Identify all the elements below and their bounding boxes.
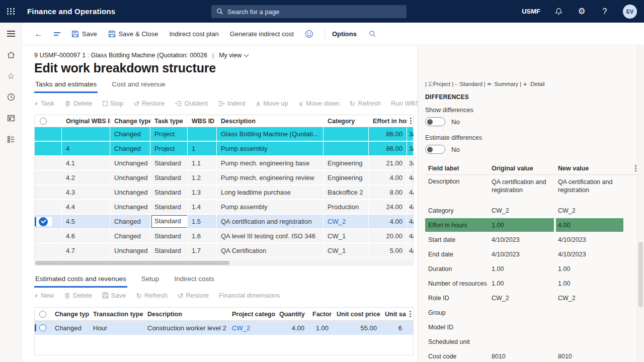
scrollbar-thumb[interactable] [638, 242, 643, 307]
hamburger-menu-icon[interactable] [6, 29, 16, 39]
top-app-bar: Finance and Operations USMF ⚙ ? EV [0, 0, 644, 23]
col-original-wbs-id[interactable]: Original WBS ID [62, 118, 110, 125]
refresh-button[interactable]: ↻Refresh [136, 292, 167, 299]
diff-row: Start date 4/10/2023 4/10/2023 [425, 232, 636, 247]
table-row[interactable]: Changed Project Glass Bottling Machine (… [35, 127, 413, 142]
col-quantity[interactable]: Quantity [275, 311, 308, 318]
options-button[interactable]: Options [332, 30, 357, 38]
scrollbar-thumb[interactable] [35, 261, 229, 265]
app-launcher-icon[interactable] [0, 0, 22, 23]
save-button[interactable]: Save [71, 30, 97, 38]
tab-setup[interactable]: Setup [140, 273, 160, 288]
page-tabs: Tasks and estimates Cost and revenue [34, 78, 418, 93]
recent-clock-icon[interactable] [6, 92, 16, 102]
estimate-differences-toggle[interactable] [425, 145, 445, 154]
row-select-checked[interactable] [35, 217, 52, 226]
move-down-button[interactable]: ∨Move down [298, 100, 340, 107]
wbs-grid-header: Original WBS ID Change type Task type WB… [35, 115, 413, 127]
differences-heading: DIFFERENCES [425, 94, 636, 101]
col-unit-cost[interactable]: Unit cost price ... [333, 311, 381, 318]
table-row[interactable]: 4.4 Unchanged Standard 1.4 Pump assembly… [35, 200, 413, 215]
table-row[interactable]: 4 Changed Project 1 Pump assembly 86.00 … [35, 142, 413, 156]
col-transaction-type[interactable]: Transaction type [89, 311, 143, 318]
col-description[interactable]: Description [217, 118, 324, 125]
row-select[interactable] [35, 324, 51, 331]
selection-bar [35, 217, 36, 226]
company-selector[interactable]: USMF [522, 8, 540, 15]
global-search[interactable] [211, 5, 407, 18]
refresh-button[interactable]: ↻Refresh [350, 100, 381, 107]
table-row[interactable]: 4.7 Unchanged Standard 1.7 QA Certificat… [35, 244, 413, 258]
action-bar: ← Save Save & Close Indirect cost plan G… [22, 23, 644, 45]
category-link[interactable]: CW_2 [228, 321, 275, 335]
table-row-selected[interactable]: Changed Hour Construction worker level 2… [35, 321, 413, 335]
category-link[interactable]: CW_2 [324, 215, 369, 228]
save-button[interactable]: Save [102, 292, 126, 299]
col-project-category[interactable]: Project category [228, 311, 275, 318]
generate-indirect-cost-button[interactable]: Generate indirect cost [230, 30, 294, 38]
search-input[interactable] [227, 8, 401, 16]
save-and-close-button[interactable]: Save & Close [108, 30, 158, 38]
col-category[interactable]: Category [324, 118, 369, 125]
notifications-bell-icon[interactable] [553, 7, 564, 17]
grid-options-kebab-icon[interactable] [406, 311, 414, 317]
col-change-type[interactable]: Change type [51, 311, 89, 318]
tab-cost-and-revenue[interactable]: Cost and revenue [111, 78, 167, 93]
favorites-star-icon[interactable]: ☆ [6, 71, 16, 81]
tab-estimated-costs[interactable]: Estimated costs and revenues [34, 273, 127, 288]
actionbar-search-icon[interactable] [369, 30, 376, 38]
estimate-differences-value: No [451, 146, 460, 153]
table-row-selected[interactable]: 4.5 Changed Standard 1.5 QA certificatio… [35, 215, 413, 229]
estimates-grid: Change type Transaction type Description… [34, 307, 414, 355]
col-change-type[interactable]: Change type [110, 118, 150, 125]
col-original-value: Original value [490, 165, 556, 172]
table-row[interactable]: 4.6 Changed Standard 1.6 QA level III te… [35, 229, 413, 244]
col-effort[interactable]: Effort in hours [369, 118, 407, 125]
back-button[interactable]: ← [34, 30, 43, 38]
view-selector[interactable]: My view [219, 52, 248, 59]
col-description[interactable]: Description [143, 311, 228, 318]
breadcrumb: 9 USMF-000097 1 : Glass Bottling Machine… [34, 52, 418, 59]
grid-options-kebab-icon[interactable] [407, 118, 414, 124]
financial-dimensions-button[interactable]: Financial dimensions [219, 292, 280, 299]
table-row[interactable]: 4.3 Unchanged Standard 1.3 Long leadtime… [35, 186, 413, 200]
collapse-lines-icon[interactable] [54, 32, 60, 36]
grid-options-kebab-icon[interactable] [635, 165, 636, 171]
stop-button[interactable]: Stop [103, 100, 124, 107]
new-button[interactable]: +New [34, 292, 54, 299]
col-unit-sale[interactable]: Unit sale [381, 311, 406, 318]
tab-indirect-costs[interactable]: Indirect costs [173, 273, 215, 288]
delete-button[interactable]: Delete [64, 100, 93, 107]
outdent-button[interactable]: Outdent [175, 100, 208, 107]
restore-button[interactable]: ↺Restore [133, 100, 165, 107]
col-task-type[interactable]: Task type [150, 118, 188, 125]
estimates-toolbar: +New Delete Save ↻Refresh ↺Restore Finan… [34, 292, 418, 299]
col-wbs-id[interactable]: WBS ID [188, 118, 217, 125]
show-differences-toggle[interactable] [425, 117, 445, 126]
home-icon[interactable] [6, 50, 16, 60]
restore-button[interactable]: ↺Restore [178, 292, 209, 299]
settings-gear-icon[interactable]: ⚙ [577, 7, 587, 17]
table-row[interactable]: 4.1 Unchanged Standard 1.1 Pump mech. en… [35, 156, 413, 171]
add-task-button[interactable]: +Task [34, 100, 54, 107]
feedback-smiley-icon[interactable] [305, 30, 313, 38]
indent-button[interactable]: Indent [218, 100, 246, 107]
horizontal-scrollbar [34, 260, 414, 266]
table-row[interactable]: 4.2 Unchanged Standard 1.2 Pump mech. en… [35, 171, 413, 186]
diff-row: Model ID [425, 320, 636, 334]
modules-list-icon[interactable] [6, 134, 16, 144]
select-all[interactable] [35, 118, 52, 125]
wbs-legend: | Ξ:Project | - :Standard | ≐ :Summary |… [425, 81, 636, 87]
user-avatar[interactable]: EV [623, 5, 637, 19]
help-icon[interactable]: ? [600, 7, 610, 17]
record-info: 9 USMF-000097 1 : Glass Bottling Machine… [34, 52, 207, 59]
move-up-button[interactable]: ∧Move up [256, 100, 288, 107]
select-all[interactable] [35, 311, 51, 318]
col-factor[interactable]: Factor [308, 311, 333, 318]
tab-tasks-and-estimates[interactable]: Tasks and estimates [34, 78, 98, 93]
indirect-cost-plan-button[interactable]: Indirect cost plan [169, 30, 218, 38]
workspaces-icon[interactable] [6, 113, 16, 123]
check-circle-icon[interactable] [39, 217, 48, 226]
page-title: Edit work breakdown structure [34, 61, 418, 75]
delete-button[interactable]: Delete [64, 292, 92, 299]
